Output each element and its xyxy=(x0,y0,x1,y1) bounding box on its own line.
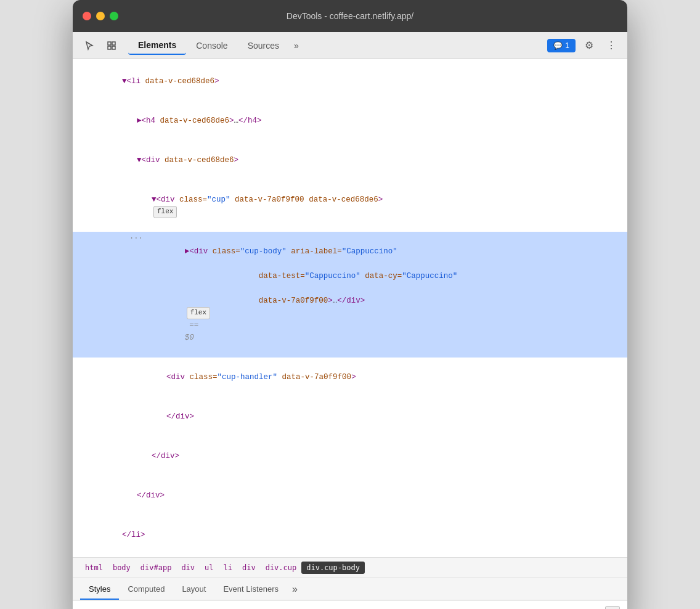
devtools-window: DevTools - coffee-cart.netlify.app/ Elem… xyxy=(73,0,627,609)
breadcrumb-div-app[interactable]: div#app xyxy=(136,562,177,574)
html-line[interactable]: </li> xyxy=(73,515,627,555)
notification-button[interactable]: 💬 1 xyxy=(547,39,576,52)
more-tabs-button[interactable]: » xyxy=(289,38,304,53)
html-line[interactable]: <div class="cup-handler" data-v-7a0f9f00… xyxy=(73,358,627,397)
hov-button[interactable]: :hov xyxy=(541,607,564,609)
tag-text: </li> xyxy=(122,531,145,539)
html-line[interactable]: ▼<div class="cup" data-v-7a0f9f00 data-v… xyxy=(73,180,627,232)
html-line[interactable]: ►<h4 data-v-ced68de6>…</h4> xyxy=(73,101,627,141)
titlebar: DevTools - coffee-cart.netlify.app/ xyxy=(73,0,627,32)
flex-badge[interactable]: flex xyxy=(153,206,177,218)
filter-actions: :hov .cls + ◨ xyxy=(541,606,620,609)
sidebar-toggle-button[interactable]: ◨ xyxy=(605,606,620,609)
inspect-icon-button[interactable] xyxy=(102,37,121,54)
breadcrumb-div[interactable]: div xyxy=(176,562,200,574)
breadcrumb-body[interactable]: body xyxy=(108,562,136,574)
toolbar-icons xyxy=(80,37,121,54)
breadcrumb-div2[interactable]: div xyxy=(237,562,261,574)
tag-text: ▼<div class="cup" data-v-7a0f9f00 data-v… xyxy=(152,195,383,204)
tag-text: </div> xyxy=(137,491,165,500)
breadcrumb-div-cup[interactable]: div.cup xyxy=(261,562,302,574)
tag-text: <div class="cup-handler" data-v-7a0f9f00… xyxy=(166,373,356,382)
more-options-button[interactable]: ⋮ xyxy=(603,37,620,54)
line-content: </div> xyxy=(115,438,620,475)
breadcrumb-bar: html body div#app div ul li div div.cup … xyxy=(73,557,627,578)
breadcrumb-ul[interactable]: ul xyxy=(200,562,218,574)
traffic-lights xyxy=(83,12,118,20)
html-line[interactable]: ▼<div data-v-ced68de6> xyxy=(73,141,627,180)
line-content: ►<div class="cup-body" aria-label="Cappu… xyxy=(148,233,620,356)
close-button[interactable] xyxy=(83,12,91,20)
tag-text: </div> xyxy=(152,452,179,460)
tag-text: ►<div class="cup-body" aria-label="Cappu… xyxy=(148,247,458,305)
toolbar: Elements Console Sources » 💬 1 ⚙ ⋮ xyxy=(73,32,627,59)
svg-rect-2 xyxy=(108,46,111,49)
svg-rect-1 xyxy=(112,42,115,45)
minimize-button[interactable] xyxy=(96,12,105,20)
tab-elements[interactable]: Elements xyxy=(128,36,186,55)
breadcrumb-li[interactable]: li xyxy=(219,562,237,574)
dollar-zero: $0 xyxy=(185,333,194,342)
toolbar-right: 💬 1 ⚙ ⋮ xyxy=(547,37,620,54)
ellipsis-vertical-icon: ⋮ xyxy=(606,39,616,51)
cursor-icon-button[interactable] xyxy=(80,37,99,54)
gear-icon: ⚙ xyxy=(585,39,593,51)
tab-console[interactable]: Console xyxy=(186,37,237,54)
line-content: ▼<div class="cup" data-v-7a0f9f00 data-v… xyxy=(115,181,620,231)
breadcrumb-div-cup-body[interactable]: div.cup-body xyxy=(301,562,365,574)
equals-sign: == xyxy=(185,321,203,330)
line-content: </div> xyxy=(129,398,620,435)
line-content: <div class="cup-handler" data-v-7a0f9f00… xyxy=(129,359,620,396)
add-style-button[interactable]: + xyxy=(591,606,601,609)
settings-button[interactable]: ⚙ xyxy=(580,37,598,54)
line-content: </div> xyxy=(100,477,620,514)
html-line[interactable]: </div> xyxy=(73,476,627,515)
filter-bar: :hov .cls + ◨ xyxy=(73,600,627,609)
tab-styles[interactable]: Styles xyxy=(80,578,119,600)
maximize-button[interactable] xyxy=(110,12,118,20)
tab-sources[interactable]: Sources xyxy=(238,37,289,54)
html-line[interactable]: </div> xyxy=(73,436,627,476)
selected-html-line[interactable]: ··· ►<div class="cup-body" aria-label="C… xyxy=(73,232,627,358)
notification-icon: 💬 xyxy=(553,41,563,50)
tab-computed[interactable]: Computed xyxy=(119,578,173,600)
elements-panel: ▼<li data-v-ced68de6> ►<h4 data-v-ced68d… xyxy=(73,59,627,557)
html-line[interactable]: ▼<li data-v-ced68de6> xyxy=(73,62,627,101)
html-line[interactable]: </div> xyxy=(73,397,627,436)
inspect-icon xyxy=(107,41,116,51)
tag-text: </div> xyxy=(166,412,194,421)
svg-rect-0 xyxy=(108,42,111,45)
line-content: ►<h4 data-v-ced68de6>…</h4> xyxy=(100,102,620,139)
line-content: </li> xyxy=(85,517,620,554)
window-title: DevTools - coffee-cart.netlify.app/ xyxy=(287,11,413,21)
tab-layout[interactable]: Layout xyxy=(173,578,214,600)
tag-text: ▼<li data-v-ced68de6> xyxy=(122,77,219,86)
tag-text: ►<h4 data-v-ced68de6>…</h4> xyxy=(137,116,262,125)
style-tabs: Styles Computed Layout Event Listeners » xyxy=(73,578,627,600)
cursor-icon xyxy=(84,41,94,51)
notification-count: 1 xyxy=(565,41,569,50)
tab-event-listeners[interactable]: Event Listeners xyxy=(214,578,287,600)
cls-button[interactable]: .cls xyxy=(568,607,587,609)
line-content: ▼<li data-v-ced68de6> xyxy=(85,63,620,100)
three-dots: ··· xyxy=(129,233,143,245)
tag-text: ▼<div data-v-ced68de6> xyxy=(137,156,238,165)
main-tabs: Elements Console Sources » xyxy=(128,36,545,55)
line-content: ▼<div data-v-ced68de6> xyxy=(100,142,620,179)
more-style-tabs-button[interactable]: » xyxy=(287,579,303,600)
flex-badge-selected[interactable]: flex xyxy=(187,307,210,319)
breadcrumb-html[interactable]: html xyxy=(80,562,108,574)
svg-rect-3 xyxy=(112,46,115,49)
